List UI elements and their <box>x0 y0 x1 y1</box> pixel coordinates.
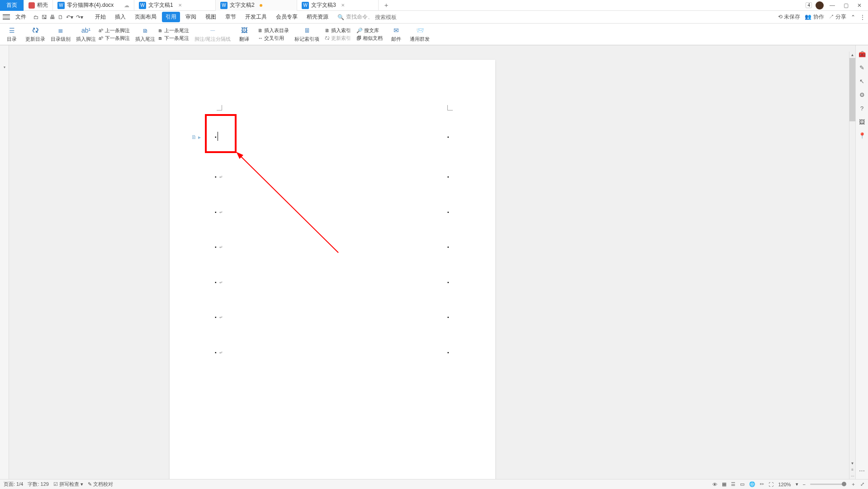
zoom-value[interactable]: 120% <box>778 482 791 487</box>
vertical-ruler[interactable]: ▾ <box>0 45 9 479</box>
new-tab-button[interactable]: ＋ <box>379 0 394 11</box>
document-canvas[interactable]: 🗎 ▸ ▪ ▪↵ ▪↵ ▪↵ ▪↵ ▪↵ ▪↵ ▪ ▪ ▪ ▪ ▪ ▪ ▪ <box>9 45 855 479</box>
location-icon[interactable]: 📍 <box>858 131 866 139</box>
insert-caption-toc-button[interactable]: 🗎 插入表目录 <box>258 27 289 34</box>
tab-pagelayout[interactable]: 页面布局 <box>131 12 160 22</box>
save-icon[interactable]: 🖫 <box>42 14 47 20</box>
translate-button[interactable]: 🖼翻译 <box>236 26 252 43</box>
scroll-thumb[interactable] <box>849 58 855 121</box>
proofread-button[interactable]: ✎ 文档校对 <box>88 481 113 488</box>
tab-resource[interactable]: 稻壳资源 <box>303 12 332 22</box>
settings-icon[interactable]: ⚙ <box>858 91 866 99</box>
next-endnote-button[interactable]: 🗈 下一条尾注 <box>158 35 189 42</box>
mail-button[interactable]: ✉邮件 <box>388 26 404 43</box>
similar-docs-button[interactable]: 🗐 相似文档 <box>356 35 383 42</box>
document-page[interactable]: 🗎 ▸ ▪ ▪↵ ▪↵ ▪↵ ▪↵ ▪↵ ▪↵ ▪ ▪ ▪ ▪ ▪ ▪ ▪ <box>170 60 495 479</box>
scroll-down-icon[interactable]: ▼ <box>849 460 855 466</box>
prev-endnote-button[interactable]: 🗈 上一条尾注 <box>158 27 189 34</box>
more-panel-icon[interactable]: ⋯ <box>858 466 866 475</box>
redo-icon[interactable]: ↷▾ <box>76 14 83 20</box>
avatar[interactable] <box>816 1 824 10</box>
page-options-icon[interactable]: 🗎 ▸ <box>191 134 201 140</box>
bullet-item[interactable]: ▪ <box>447 350 449 355</box>
next-page-icon[interactable]: ⋯ <box>849 473 855 479</box>
notification-badge[interactable]: 4 <box>806 2 812 8</box>
page-indicator[interactable]: 页面: 1/4 <box>4 481 23 488</box>
vertical-scrollbar[interactable]: ▲ ▼ ≡ ⋯ <box>849 52 855 479</box>
tab-doc-3[interactable]: W文字文稿3✕ <box>297 0 379 11</box>
bullet-item[interactable]: ▪ <box>447 280 449 285</box>
zoom-knob[interactable] <box>842 482 846 486</box>
spellcheck-toggle[interactable]: ☑ 拼写检查 ▾ <box>53 481 83 488</box>
bullet-item[interactable]: ▪↵ <box>215 244 223 249</box>
close-icon[interactable]: ✕ <box>178 3 182 8</box>
tab-doc-2[interactable]: W文字文稿2 <box>216 0 297 11</box>
close-window-button[interactable]: ✕ <box>854 0 864 10</box>
toolbox-icon[interactable]: 🧰 <box>858 50 866 58</box>
view-annotate-icon[interactable]: ✏ <box>760 481 764 487</box>
bullet-item[interactable]: ▪↵ <box>215 174 223 179</box>
collapse-ribbon-icon[interactable]: ⌃ <box>851 14 855 20</box>
insert-endnote-button[interactable]: 🗈插入尾注 <box>135 26 155 43</box>
bullet-item[interactable]: ▪↵ <box>215 315 223 320</box>
insert-index-button[interactable]: 🗎 插入索引 <box>325 27 351 34</box>
tab-home[interactable]: 首页 <box>0 0 24 11</box>
next-footnote-button[interactable]: aᵇ 下一条脚注 <box>99 35 130 42</box>
zoom-slider[interactable] <box>810 484 846 485</box>
help-icon[interactable]: ? <box>858 104 866 112</box>
hamburger-icon[interactable] <box>3 14 10 20</box>
close-icon[interactable]: ✕ <box>341 3 345 8</box>
bullet-item[interactable]: ▪ <box>447 210 449 215</box>
toc-button[interactable]: ☰目录 <box>4 26 20 43</box>
share-button[interactable]: ↗ 分享 <box>829 13 846 21</box>
eye-icon[interactable]: 👁 <box>712 482 717 487</box>
undo-icon[interactable]: ↶▾ <box>66 14 73 20</box>
print-icon[interactable]: 🖶 <box>50 14 55 20</box>
zoom-dropdown-icon[interactable]: ▾ <box>796 481 798 487</box>
tab-doc-0[interactable]: W零分猫脚本(4).docx☁ <box>53 0 134 11</box>
tab-devtools[interactable]: 开发工具 <box>242 12 270 22</box>
maximize-button[interactable]: ▢ <box>841 0 851 10</box>
bullet-item[interactable]: ▪↵ <box>215 350 223 355</box>
view-web-icon[interactable]: 🌐 <box>749 481 755 487</box>
tab-review[interactable]: 审阅 <box>182 12 200 22</box>
search-input[interactable] <box>375 14 420 20</box>
prev-footnote-button[interactable]: aᵇ 上一条脚注 <box>99 27 130 34</box>
file-menu[interactable]: 文件 <box>13 12 29 22</box>
word-count[interactable]: 字数: 129 <box>28 481 48 488</box>
fullscreen-icon[interactable]: ⤢ <box>860 481 864 487</box>
bullet-item[interactable]: ▪ <box>447 244 449 249</box>
toc-level-button[interactable]: ≣目录级别 <box>51 26 71 43</box>
bullet-item[interactable]: ▪ <box>447 134 449 139</box>
coop-button[interactable]: 👥 协作 <box>805 13 824 21</box>
unsaved-indicator[interactable]: ⟲ 未保存 <box>778 13 800 21</box>
bullet-item[interactable]: ▪↵ <box>215 280 223 285</box>
insert-footnote-button[interactable]: ab¹插入脚注 <box>76 26 96 43</box>
view-read-icon[interactable]: ▭ <box>740 481 745 487</box>
bullet-item[interactable]: ▪↵ <box>215 210 223 215</box>
more-icon[interactable]: ⋮ <box>860 14 865 20</box>
tab-view[interactable]: 视图 <box>202 12 220 22</box>
cross-reference-button[interactable]: ↔ 交叉引用 <box>258 35 289 42</box>
scroll-up-icon[interactable]: ▲ <box>849 52 855 58</box>
zoom-out-button[interactable]: − <box>803 482 806 487</box>
print-preview-icon[interactable]: 🗋 <box>58 14 63 20</box>
mass-send-button[interactable]: 📨通用群发 <box>410 26 430 43</box>
select-icon[interactable]: ↖ <box>858 77 866 85</box>
minimize-button[interactable]: — <box>827 0 837 10</box>
prev-page-icon[interactable]: ≡ <box>849 466 855 473</box>
tab-member[interactable]: 会员专享 <box>272 12 301 22</box>
tab-doc-1[interactable]: W文字文稿1✕ <box>134 0 216 11</box>
gallery-icon[interactable]: 🖼 <box>858 118 866 126</box>
tab-chapter[interactable]: 章节 <box>222 12 240 22</box>
fit-width-icon[interactable]: ⛶ <box>768 482 773 487</box>
tab-reference[interactable]: 引用 <box>162 12 180 22</box>
update-toc-button[interactable]: 🗘更新目录 <box>25 26 45 43</box>
tab-insert[interactable]: 插入 <box>111 12 129 22</box>
bullet-item[interactable]: ▪ <box>447 174 449 179</box>
view-outline-icon[interactable]: ☰ <box>731 481 735 487</box>
pen-icon[interactable]: ✎ <box>858 63 866 72</box>
command-search[interactable]: 🔍 查找命令、 <box>337 13 420 21</box>
view-page-icon[interactable]: ▦ <box>722 481 726 487</box>
zoom-in-button[interactable]: ＋ <box>851 481 856 488</box>
